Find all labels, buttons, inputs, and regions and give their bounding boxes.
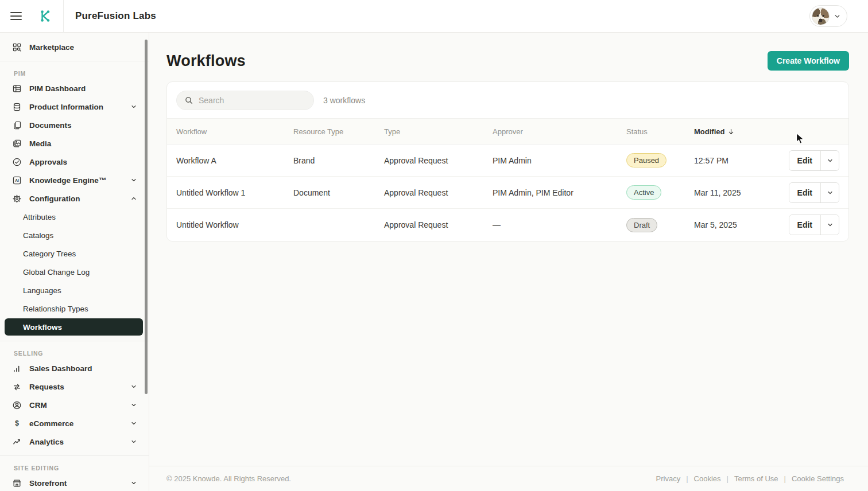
search-box [176,91,314,110]
workflows-card: 3 workflows Workflow Resource Type Type … [166,81,849,241]
gear-icon [11,193,22,204]
sidebar-item-ecommerce[interactable]: $ eCommerce [5,415,143,432]
copyright-text: © 2025 Knowde. All Rights Reserved. [166,474,291,483]
sidebar-item-workflows[interactable]: Workflows [5,318,143,336]
sidebar-item-label: Product Information [29,103,103,111]
sidebar-item-category-trees[interactable]: Category Trees [5,245,143,262]
edit-button[interactable]: Edit [789,183,820,202]
cell-modified: Mar 11, 2025 [694,188,787,197]
search-input[interactable] [199,96,306,105]
sidebar-item-attributes[interactable]: Attributes [5,208,143,225]
sidebar-item-product-information[interactable]: Product Information [5,98,143,115]
footer-link-cookies[interactable]: Cookies [694,474,721,483]
footer-link-privacy[interactable]: Privacy [656,474,681,483]
table-row: Workflow A Brand Approval Request PIM Ad… [167,145,848,177]
chevron-down-icon [130,420,137,427]
cell-resource-type: Document [293,188,384,197]
sidebar-item-crm[interactable]: CRM [5,396,143,414]
cell-modified: 12:57 PM [694,156,787,165]
sidebar-item-approvals[interactable]: Approvals [5,153,143,170]
sidebar: Marketplace PIM PIM Dashboard Product In… [0,33,149,491]
table-header: Workflow Resource Type Type Approver Sta… [167,118,848,145]
edit-button[interactable]: Edit [789,151,820,170]
edit-dropdown-button[interactable] [820,183,839,202]
sidebar-item-languages[interactable]: Languages [5,282,143,299]
main-content: Workflows Create Workflow 3 workflows Wo… [149,33,868,491]
edit-dropdown-button[interactable] [820,215,839,235]
knowde-logo-icon[interactable] [37,7,54,25]
sidebar-item-requests[interactable]: Requests [5,378,143,395]
sidebar-item-knowledge-engine[interactable]: AI Knowledge Engine™ [5,172,143,189]
sidebar-subitem-label: Category Trees [23,250,76,258]
sidebar-item-label: Storefront [29,479,67,488]
cell-workflow: Workflow A [176,156,293,165]
sidebar-item-storefront[interactable]: Storefront [5,474,143,491]
page-title: Workflows [166,52,246,70]
status-badge: Paused [626,153,666,167]
edit-split-button: Edit [789,150,839,171]
hamburger-menu-icon[interactable] [5,5,28,28]
footer-link-cookie-settings[interactable]: Cookie Settings [792,474,844,483]
edit-dropdown-button[interactable] [820,151,839,170]
chevron-down-icon [130,402,137,408]
sidebar-item-catalogs[interactable]: Catalogs [5,227,143,244]
cell-approver: PIM Admin [493,156,626,165]
column-header-modified-label: Modified [694,127,724,136]
section-label-site-editing: SITE EDITING [14,465,149,471]
sidebar-subitem-label: Attributes [23,213,56,221]
cell-type: Approval Request [384,220,493,229]
column-header-approver: Approver [493,127,626,136]
column-header-workflow: Workflow [176,127,293,136]
chevron-down-icon [834,13,841,20]
sidebar-item-configuration[interactable]: Configuration [5,190,143,207]
person-circle-icon [11,400,22,410]
bar-chart-icon [11,363,22,373]
sidebar-subitem-label: Relationship Types [23,305,88,313]
sidebar-scrollbar[interactable] [145,40,148,394]
trend-line-icon [11,437,22,447]
column-header-modified[interactable]: Modified [694,127,787,136]
edit-button[interactable]: Edit [789,215,820,235]
marketplace-icon [11,42,22,52]
cell-modified: Mar 5, 2025 [694,220,787,229]
workflow-count: 3 workflows [323,96,365,105]
status-badge: Active [626,185,661,200]
sidebar-item-analytics[interactable]: Analytics [5,433,143,450]
search-icon [184,96,193,105]
cell-type: Approval Request [384,188,493,197]
footer-separator: | [727,474,728,483]
avatar [812,7,830,25]
sidebar-divider [0,341,149,341]
footer-link-terms-of-use[interactable]: Terms of Use [734,474,778,483]
sidebar-subitem-label: Global Change Log [23,268,90,276]
footer: © 2025 Knowde. All Rights Reserved. Priv… [149,466,868,491]
edit-split-button: Edit [789,215,839,235]
media-image-icon [11,138,22,149]
documents-icon [11,120,22,130]
section-label-pim: PIM [14,70,149,77]
sidebar-item-relationship-types[interactable]: Relationship Types [5,300,143,317]
sort-descending-icon [727,128,735,135]
cell-approver: — [493,220,626,229]
cell-resource-type: Brand [293,156,384,165]
svg-text:$: $ [15,419,19,427]
user-menu[interactable] [809,5,847,27]
column-header-resource-type: Resource Type [293,127,384,136]
sidebar-item-marketplace[interactable]: Marketplace [5,38,143,56]
sidebar-item-sales-dashboard[interactable]: Sales Dashboard [5,360,143,377]
create-workflow-button[interactable]: Create Workflow [768,51,849,71]
ai-box-icon: AI [11,175,22,185]
sidebar-item-global-change-log[interactable]: Global Change Log [5,263,143,280]
topbar: PureFusion Labs [0,0,868,33]
cell-approver: PIM Admin, PIM Editor [493,188,626,197]
storefront-icon [11,478,22,488]
sidebar-item-label: Documents [29,121,72,130]
sidebar-item-pim-dashboard[interactable]: PIM Dashboard [5,80,143,97]
sidebar-item-documents[interactable]: Documents [5,116,143,134]
sidebar-item-media[interactable]: Media [5,135,143,152]
sidebar-subitem-label: Catalogs [23,231,53,240]
footer-separator: | [784,474,786,483]
sidebar-item-label: eCommerce [29,419,73,428]
svg-text:AI: AI [15,178,19,182]
dollar-icon: $ [11,418,22,428]
